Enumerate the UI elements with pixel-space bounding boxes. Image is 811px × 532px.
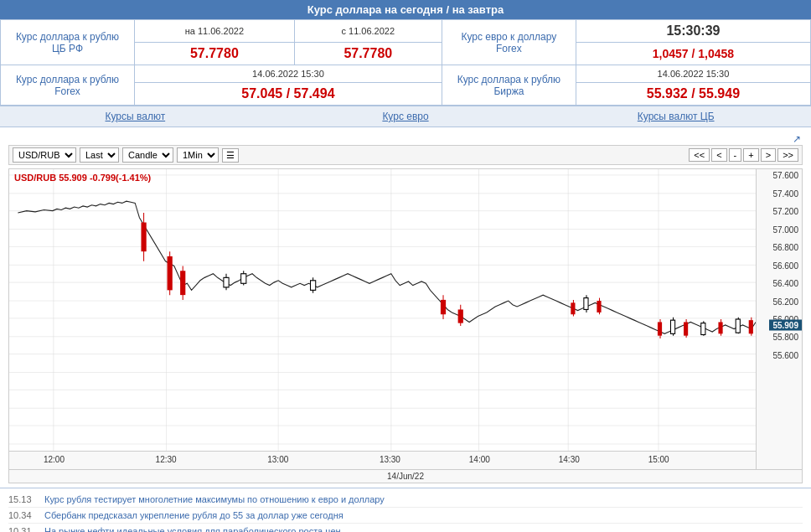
price-tick: 57.600 — [772, 171, 798, 180]
svg-rect-49 — [670, 320, 674, 333]
news-item-3: 10.31 На рынке нефти идеальные условия д… — [8, 524, 803, 532]
price-tick: 56.800 — [772, 243, 798, 252]
chart-svg — [9, 169, 756, 469]
header-title: Курс доллара на сегодня / на завтра — [307, 3, 504, 16]
svg-rect-31 — [224, 277, 229, 287]
price-tick: 57.200 — [772, 207, 798, 216]
zoom-in[interactable]: + — [743, 148, 758, 162]
price-tick: 57.400 — [772, 189, 798, 198]
price-tick: 55.600 — [772, 350, 798, 359]
svg-rect-37 — [441, 300, 446, 314]
forex-date: 14.06.2022 15:30 — [135, 65, 442, 83]
svg-rect-33 — [241, 274, 246, 284]
nav-currencies[interactable]: Курсы валют — [0, 106, 271, 127]
chart-label: USD/RUB 55.909 -0.799(-1.41%) — [14, 173, 151, 183]
forex-label[interactable]: Курс доллара к рублю Forex — [1, 65, 135, 106]
time-label-1400: 14:00 — [469, 455, 490, 464]
news-link-3[interactable]: На рынке нефти идеальные условия для пар… — [44, 526, 341, 532]
price-tick: 57.000 — [772, 225, 798, 234]
news-link-1[interactable]: Курс рубля тестирует многолетние максиму… — [44, 494, 385, 504]
news-time-1: 15.13 — [8, 494, 38, 504]
eur-value: 1,0457 / 1,0458 — [576, 43, 810, 65]
cb-date2: с 11.06.2022 — [294, 20, 442, 43]
current-price-label: 55.909 — [769, 320, 802, 331]
news-time-3: 10.31 — [8, 526, 38, 532]
chart-svg-area — [9, 169, 756, 469]
cb-value1: 57.7780 — [135, 43, 295, 65]
eur-label[interactable]: Курс евро к доллару Forex — [442, 20, 576, 65]
nav-last[interactable]: >> — [777, 148, 798, 162]
svg-rect-55 — [718, 322, 722, 333]
svg-rect-57 — [736, 319, 740, 333]
svg-rect-25 — [141, 223, 146, 252]
nav-prev[interactable]: < — [711, 148, 726, 162]
time-label-1300: 13:00 — [267, 455, 288, 464]
bourse-label[interactable]: Курс доллара к рублю Биржа — [442, 65, 576, 106]
interval-select[interactable]: 1Min — [177, 147, 219, 163]
svg-rect-51 — [684, 322, 688, 335]
nav-euro[interactable]: Курс евро — [271, 106, 541, 127]
time-label-1500: 15:00 — [648, 455, 669, 464]
price-tick: 56.600 — [772, 261, 798, 270]
svg-rect-35 — [311, 281, 316, 291]
time-label-1430: 14:30 — [559, 455, 580, 464]
chart-type-select[interactable]: Candle — [122, 147, 173, 163]
time-label-1230: 12:30 — [156, 455, 177, 464]
symbol-select[interactable]: USD/RUB — [13, 147, 76, 163]
price-tick: 56.200 — [772, 297, 798, 306]
svg-rect-47 — [658, 322, 662, 335]
cb-label[interactable]: Курс доллара к рублю ЦБ РФ — [1, 20, 135, 65]
nav-first[interactable]: << — [689, 148, 710, 162]
time-axis: 12:00 12:30 13:00 13:30 14:00 14:30 15:0… — [9, 451, 756, 469]
svg-rect-27 — [168, 256, 173, 290]
zoom-out[interactable]: - — [729, 148, 742, 162]
cb-date1: на 11.06.2022 — [135, 20, 295, 43]
price-tick: 56.400 — [772, 279, 798, 288]
news-item-1: 15.13 Курс рубля тестирует многолетние м… — [8, 492, 803, 508]
svg-rect-45 — [597, 301, 601, 312]
chart-date-label: 14/Jun/22 — [8, 470, 803, 483]
header-banner: Курс доллара на сегодня / на завтра — [0, 0, 811, 19]
price-axis: 57.600 57.400 57.200 57.000 56.800 56.60… — [756, 169, 802, 469]
forex-value: 57.045 / 57.494 — [135, 83, 442, 106]
nav-buttons: << < - + > >> — [689, 148, 798, 162]
svg-rect-53 — [701, 323, 705, 335]
svg-rect-39 — [458, 309, 463, 323]
eur-time: 15:30:39 — [576, 20, 810, 43]
svg-rect-59 — [749, 320, 753, 333]
type-select[interactable]: Last — [80, 147, 119, 163]
chart-container: ↗ USD/RUB Last Candle 1Min ☰ << < - + > … — [0, 127, 811, 488]
rates-table: Курс доллара к рублю ЦБ РФ на 11.06.2022… — [0, 19, 811, 106]
indicators-button[interactable]: ☰ — [222, 148, 239, 163]
svg-rect-41 — [571, 302, 575, 314]
svg-rect-29 — [180, 271, 185, 295]
chart-frame: USD/RUB 55.909 -0.799(-1.41%) — [8, 168, 803, 470]
time-label-1200: 12:00 — [44, 455, 65, 464]
expand-icon[interactable]: ↗ — [7, 133, 801, 145]
news-time-2: 10.34 — [8, 510, 38, 520]
nav-bar: Курсы валют Курс евро Курсы валют ЦБ — [0, 106, 811, 127]
bourse-date: 14.06.2022 15:30 — [576, 65, 810, 83]
news-item-2: 10.34 Сбербанк предсказал укрепление руб… — [8, 508, 803, 524]
bourse-value: 55.932 / 55.949 — [576, 83, 810, 106]
cb-value2: 57.7780 — [294, 43, 442, 65]
chart-toolbar: USD/RUB Last Candle 1Min ☰ << < - + > >> — [8, 145, 803, 165]
time-label-1330: 13:30 — [380, 455, 400, 464]
news-section: 15.13 Курс рубля тестирует многолетние м… — [0, 488, 811, 532]
nav-next[interactable]: > — [761, 148, 776, 162]
price-tick: 55.800 — [772, 333, 798, 342]
svg-rect-43 — [584, 298, 588, 310]
news-link-2[interactable]: Сбербанк предсказал укрепление рубля до … — [44, 510, 344, 520]
nav-cb-currencies[interactable]: Курсы валют ЦБ — [540, 106, 811, 127]
